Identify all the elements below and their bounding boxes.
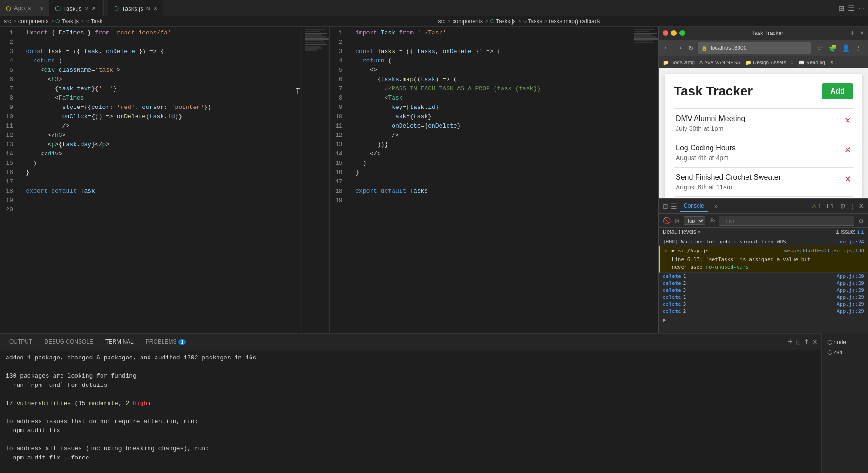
info-icon: ℹ (827, 203, 829, 209)
code-line: 18 export default Task (0, 187, 301, 196)
panel-tab-terminal[interactable]: TERMINAL (100, 336, 139, 348)
more-tabs-button[interactable]: ✕ (860, 30, 864, 36)
devtools-header: ⊡ ☰ Console » ⚠ 1 ℹ 1 ⚙ (659, 199, 868, 214)
panel-tab-problems[interactable]: PROBLEMS1 (140, 336, 191, 348)
close-panel-icon[interactable]: ✕ (812, 338, 818, 345)
devtools-device-icon[interactable]: ☰ (671, 203, 677, 210)
bookmark-icon-4: 📖 (798, 60, 805, 66)
delete-task-3-button[interactable]: ✕ (844, 174, 851, 184)
eye-icon[interactable]: 👁 (709, 217, 715, 224)
filter-toggle-button[interactable]: ⊘ (674, 217, 680, 224)
clear-console-button[interactable]: 🚫 (663, 217, 671, 224)
bookmark-design-assets[interactable]: 📁 Design-Assets (745, 60, 786, 66)
devtools-info-badge: ℹ 1 (827, 203, 834, 209)
devtools-close-button[interactable]: ✕ (858, 202, 864, 210)
task-name-1: DMV Alumni Meeting (676, 115, 745, 123)
type-annotation-marker: T (296, 87, 300, 95)
tasks-js-icon: ⬡ (113, 5, 119, 12)
code-line: 5 <> (330, 66, 631, 75)
task-app-title: Task Tracker (674, 84, 753, 99)
console-prompt[interactable]: ▶ (659, 315, 868, 325)
filter-input[interactable] (719, 216, 854, 226)
panel-controls: + ⊟ ⬆ ✕ (787, 337, 818, 347)
bookmark-reading-list[interactable]: 📖 Reading Lis... (798, 60, 837, 66)
browser-panel: Task Tracker + ✕ ← → ↻ 🔒 localhost:3000 … (658, 27, 868, 333)
panel-tab-output[interactable]: OUTPUT (4, 336, 38, 348)
code-line: 12 </h3> (0, 131, 301, 140)
panel-tab-debug[interactable]: DEBUG CONSOLE (39, 336, 99, 348)
editor-layout-icon[interactable]: ☰ (848, 4, 854, 13)
star-button[interactable]: ☆ (814, 44, 825, 52)
devtools-settings-icon[interactable]: ⚙ (840, 203, 846, 210)
refresh-button[interactable]: ↻ (687, 43, 695, 54)
minimize-window-button[interactable] (671, 30, 677, 36)
devtools-inspect-icon[interactable]: ⊡ (663, 203, 668, 210)
node-icon: ⬡ (827, 339, 832, 345)
code-line: 17 (0, 177, 301, 187)
context-selector[interactable]: top (684, 216, 705, 225)
code-line: 7 //PASS IN EACH TASK AS A PROP (task={t… (330, 84, 631, 94)
tab-task-js-close[interactable]: ✕ (91, 5, 96, 12)
terminal-body[interactable]: added 1 package, changed 6 packages, and… (0, 350, 821, 473)
task-day-1: July 30th at 1pm (676, 125, 745, 132)
more-bookmarks-button[interactable]: » (791, 60, 793, 65)
tab-tasks-js-badge: M (146, 6, 150, 11)
console-delete-4: delete 1 App.js:29 (659, 294, 868, 301)
console-msg-warn: ⚠ ▶ src/App.jswebpackHotDevClient.js:138… (659, 246, 868, 273)
console-delete-3: delete 3 App.js:29 (659, 287, 868, 294)
task-day-3: August 6th at 11am (676, 183, 781, 191)
task-js-icon: ⬡ (55, 5, 61, 12)
tab-tasks-js-close[interactable]: ✕ (153, 5, 158, 12)
bookmark-bootcamp[interactable]: 📁 BootCamp (663, 60, 695, 66)
profile-button[interactable]: 👤 (840, 44, 851, 52)
terminal-line (6, 408, 816, 417)
devtools-tab-more[interactable]: » (711, 201, 721, 211)
close-window-button[interactable] (663, 30, 668, 36)
terminal-zsh-item[interactable]: ⬡ zsh (822, 347, 868, 358)
devtools-more-icon[interactable]: ⋮ (849, 203, 855, 210)
terminal-line (6, 462, 816, 472)
forward-button[interactable]: → (675, 43, 684, 53)
browser-title: Task Tracker (688, 30, 847, 36)
code-line: 10 onClick={() => onDelete(task.id)} (0, 112, 301, 122)
add-task-button[interactable]: Add (822, 83, 853, 99)
code-line: 10 task={task} (330, 112, 631, 122)
code-line: 17 (330, 177, 631, 187)
console-settings-icon[interactable]: ⚙ (858, 217, 864, 224)
split-terminal-icon[interactable]: ⊟ (795, 338, 801, 345)
back-button[interactable]: ← (663, 43, 672, 53)
tab-tasks-js[interactable]: ⬡ Tasks.js M ✕ (108, 0, 163, 16)
maximize-window-button[interactable] (679, 30, 685, 36)
devtools-warn-badge: ⚠ 1 (812, 203, 821, 209)
code-line: 12 /> (330, 131, 631, 140)
zsh-icon: ⬡ (827, 349, 832, 356)
split-editor-icon[interactable]: ⊞ (838, 4, 844, 13)
task-name-2: Log Coding Hours (676, 144, 736, 152)
devtools-tab-console[interactable]: Console (680, 201, 708, 212)
terminal-node-item[interactable]: ⬡ node (822, 337, 868, 347)
bookmark-ava-van-ness[interactable]: A AVA VAN NESS (699, 60, 740, 65)
code-line: 5 <div className='task'> (0, 66, 301, 75)
breadcrumb-right: src > components > ⬡ Tasks.js > ◇ Tasks … (434, 16, 868, 27)
warn-triangle-icon: ⚠ (812, 203, 817, 209)
more-actions-icon[interactable]: ··· (858, 4, 864, 13)
new-tab-button[interactable]: + (850, 28, 855, 38)
tab-task-js[interactable]: ⬡ Task.js M ✕ (49, 0, 102, 16)
terminal-line (6, 390, 816, 399)
maximize-panel-icon[interactable]: ⬆ (804, 338, 809, 345)
breadcrumb-symbol-icon-left: ◇ (86, 18, 89, 24)
tab-app-js[interactable]: ⬡ App.js 1, M (0, 0, 49, 16)
delete-task-2-button[interactable]: ✕ (844, 145, 851, 155)
delete-task-1-button[interactable]: ✕ (844, 115, 851, 126)
breadcrumb-file-icon-right: ⬡ (490, 18, 495, 24)
bookmarks-bar: 📁 BootCamp A AVA VAN NESS 📁 Design-Asset… (659, 56, 868, 68)
devtools-body: [HMR] Waiting for update signal from WDS… (659, 236, 868, 333)
code-line: 14 </> (330, 149, 631, 159)
address-bar[interactable]: 🔒 localhost:3000 (698, 42, 811, 54)
extensions-button[interactable]: 🧩 (827, 44, 838, 52)
breadcrumb-row: src > components > ⬡ Task.js > ◇ Task sr… (0, 16, 868, 27)
default-levels-chevron[interactable]: ▾ (698, 230, 700, 235)
menu-button[interactable]: ⋮ (853, 44, 864, 52)
add-terminal-icon[interactable]: + (787, 337, 793, 347)
url-text: localhost:3000 (711, 45, 746, 51)
